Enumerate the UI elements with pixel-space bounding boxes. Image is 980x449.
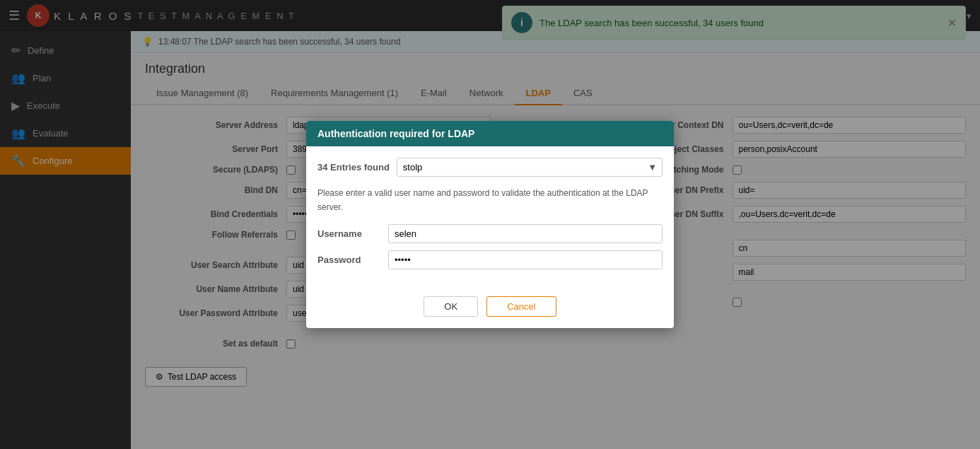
auth-modal: Authentication required for LDAP 34 Entr…: [306, 121, 674, 327]
modal-username-row: Username: [317, 224, 663, 243]
modal-password-row: Password: [317, 250, 663, 269]
modal-body: 34 Entries found stolp ▼ Please enter a …: [306, 146, 674, 287]
entries-select[interactable]: stolp: [397, 158, 663, 177]
modal-header: Authentication required for LDAP: [306, 121, 674, 146]
modal-overlay: Authentication required for LDAP 34 Entr…: [0, 0, 980, 449]
modal-title: Authentication required for LDAP: [317, 128, 474, 139]
modal-entries-row: 34 Entries found stolp ▼: [317, 158, 663, 177]
modal-password-label: Password: [317, 255, 381, 265]
modal-username-input[interactable]: [388, 224, 663, 243]
modal-ok-button[interactable]: OK: [424, 296, 478, 317]
modal-password-input[interactable]: [388, 250, 663, 269]
modal-description: Please enter a valid user name and passw…: [317, 187, 663, 214]
entries-select-wrapper: stolp ▼: [397, 158, 663, 177]
modal-cancel-button[interactable]: Cancel: [486, 296, 556, 317]
modal-entries-label: 34 Entries found: [317, 162, 390, 173]
modal-footer: OK Cancel: [306, 288, 674, 328]
modal-username-label: Username: [317, 228, 381, 239]
